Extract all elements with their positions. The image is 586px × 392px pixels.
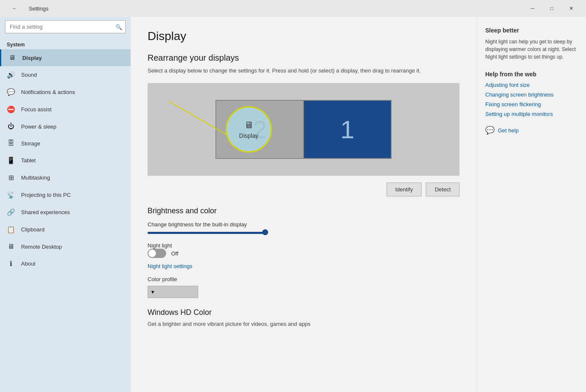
- color-profile-dropdown[interactable]: ▾: [148, 286, 198, 298]
- page-title: Display: [148, 30, 460, 43]
- close-icon: ✕: [569, 5, 573, 11]
- slider-thumb[interactable]: [262, 229, 268, 235]
- night-light-state: Off: [171, 250, 178, 257]
- sidebar-item-tablet[interactable]: 📱 Tablet: [0, 152, 131, 169]
- identify-button[interactable]: Identify: [387, 183, 422, 196]
- display-preview: 2 1 🖥 Display: [148, 83, 460, 176]
- sidebar-label-shared: Shared experiences: [21, 209, 70, 215]
- sidebar-item-power[interactable]: ⏻ Power & sleep: [0, 118, 131, 135]
- search-input[interactable]: [5, 20, 126, 33]
- sidebar-section-label: System: [0, 38, 131, 49]
- sidebar-icon-remote: 🖥: [7, 243, 15, 250]
- minimize-icon: ─: [531, 5, 535, 11]
- sidebar-item-projecting[interactable]: 📡 Projecting to this PC: [0, 186, 131, 204]
- brightness-label: Change brightness for the built-in displ…: [148, 221, 460, 228]
- night-light-label: Night light: [148, 242, 460, 249]
- dropdown-arrow: ▾: [151, 289, 154, 295]
- rearrange-title: Rearrange your displays: [148, 53, 460, 63]
- toggle-knob: [148, 250, 156, 257]
- sidebar-item-display[interactable]: 🖥 Display: [0, 49, 131, 66]
- sleep-better-desc: Night light can help you get to sleep by…: [485, 38, 578, 61]
- monitor-1[interactable]: 1: [303, 100, 392, 159]
- window-controls: ─ □ ✕: [523, 0, 581, 17]
- sidebar-item-remote[interactable]: 🖥 Remote Desktop: [0, 238, 131, 255]
- hd-color-section: Windows HD Color Get a brighter and more…: [148, 308, 460, 328]
- sidebar-item-multitasking[interactable]: ⊞ Multitasking: [0, 169, 131, 186]
- sidebar-label-notifications: Notifications & actions: [21, 89, 75, 95]
- back-icon: ←: [12, 5, 17, 11]
- display-actions: Identify Detect: [148, 183, 460, 196]
- sidebar-icon-display: 🖥: [8, 54, 16, 62]
- sidebar-item-shared[interactable]: 🔗 Shared experiences: [0, 204, 131, 221]
- help-link-fix-flicker[interactable]: Fixing screen flickering: [485, 101, 578, 107]
- brightness-slider[interactable]: [148, 232, 266, 234]
- sidebar-icon-projecting: 📡: [7, 191, 15, 199]
- sidebar: 🔍 System 🖥 Display 🔊 Sound 💬 Notificatio…: [0, 17, 131, 392]
- sidebar-icon-focus: ⛔: [7, 105, 15, 113]
- hd-color-desc: Get a brighter and more vibrant picture …: [148, 320, 460, 328]
- sidebar-label-multitasking: Multitasking: [21, 175, 50, 181]
- rearrange-desc: Select a display below to change the set…: [148, 67, 460, 75]
- sidebar-item-notifications[interactable]: 💬 Notifications & actions: [0, 83, 131, 101]
- right-panel: Sleep better Night light can help you ge…: [476, 17, 586, 392]
- hd-color-title: Windows HD Color: [148, 308, 460, 317]
- maximize-button[interactable]: □: [542, 0, 562, 17]
- sidebar-item-storage[interactable]: 🗄 Storage: [0, 135, 131, 152]
- brightness-slider-wrap: [148, 232, 460, 234]
- sidebar-icon-multitasking: ⊞: [7, 174, 15, 182]
- help-link-multiple-monitors[interactable]: Setting up multiple monitors: [485, 111, 578, 117]
- sidebar-icon-storage: 🗄: [7, 140, 15, 147]
- help-from-web-title: Help from the web: [485, 71, 578, 78]
- search-container: 🔍: [5, 20, 126, 33]
- app-title: Settings: [29, 5, 48, 12]
- maximize-icon: □: [550, 5, 553, 11]
- sidebar-icon-sound: 🔊: [7, 71, 15, 79]
- sleep-better-title: Sleep better: [485, 27, 578, 34]
- sidebar-items: 🖥 Display 🔊 Sound 💬 Notifications & acti…: [0, 49, 131, 272]
- sidebar-label-storage: Storage: [21, 140, 40, 147]
- get-help-icon: 💬: [485, 126, 495, 135]
- sidebar-label-power: Power & sleep: [21, 124, 56, 130]
- sidebar-item-clipboard[interactable]: 📋 Clipboard: [0, 221, 131, 238]
- sidebar-label-tablet: Tablet: [21, 157, 36, 164]
- minimize-button[interactable]: ─: [523, 0, 542, 17]
- color-profile-label: Color profile: [148, 276, 460, 282]
- sidebar-icon-about: ℹ: [7, 260, 15, 268]
- sidebar-label-display: Display: [22, 55, 42, 61]
- sidebar-icon-notifications: 💬: [7, 88, 15, 96]
- app-body: 🔍 System 🖥 Display 🔊 Sound 💬 Notificatio…: [0, 17, 586, 392]
- night-light-row: Off: [148, 249, 460, 258]
- callout-circle: 🖥 Display: [226, 106, 272, 153]
- sidebar-icon-tablet: 📱: [7, 156, 15, 164]
- sidebar-item-sound[interactable]: 🔊 Sound: [0, 66, 131, 83]
- help-links: Adjusting font sizeChanging screen brigh…: [485, 82, 578, 117]
- display-icon: 🖥: [244, 120, 253, 131]
- sidebar-label-remote: Remote Desktop: [21, 244, 62, 250]
- sidebar-item-about[interactable]: ℹ About: [0, 255, 131, 272]
- help-link-adjust-font[interactable]: Adjusting font size: [485, 82, 578, 88]
- sidebar-label-about: About: [21, 260, 35, 267]
- sidebar-label-projecting: Projecting to this PC: [21, 192, 71, 198]
- brightness-title: Brightness and color: [148, 207, 460, 215]
- close-button[interactable]: ✕: [562, 0, 581, 17]
- get-help-row: 💬 Get help: [485, 126, 578, 135]
- sidebar-item-focus[interactable]: ⛔ Focus assist: [0, 101, 131, 118]
- night-light-settings-link[interactable]: Night light settings: [148, 263, 192, 269]
- sidebar-icon-power: ⏻: [7, 123, 15, 130]
- help-link-change-brightness[interactable]: Changing screen brightness: [485, 91, 578, 98]
- sidebar-icon-shared: 🔗: [7, 208, 15, 216]
- sidebar-icon-clipboard: 📋: [7, 226, 15, 234]
- back-button[interactable]: ←: [5, 0, 24, 17]
- sidebar-label-focus: Focus assist: [21, 106, 51, 113]
- detect-button[interactable]: Detect: [426, 183, 460, 196]
- title-bar: ← Settings ─ □ ✕: [0, 0, 586, 17]
- callout-label: Display: [239, 132, 258, 139]
- content-area: Display Rearrange your displays Select a…: [131, 17, 476, 392]
- get-help-link[interactable]: Get help: [498, 127, 519, 134]
- sidebar-label-sound: Sound: [21, 72, 37, 78]
- night-light-toggle[interactable]: [148, 249, 166, 258]
- sidebar-label-clipboard: Clipboard: [21, 226, 45, 233]
